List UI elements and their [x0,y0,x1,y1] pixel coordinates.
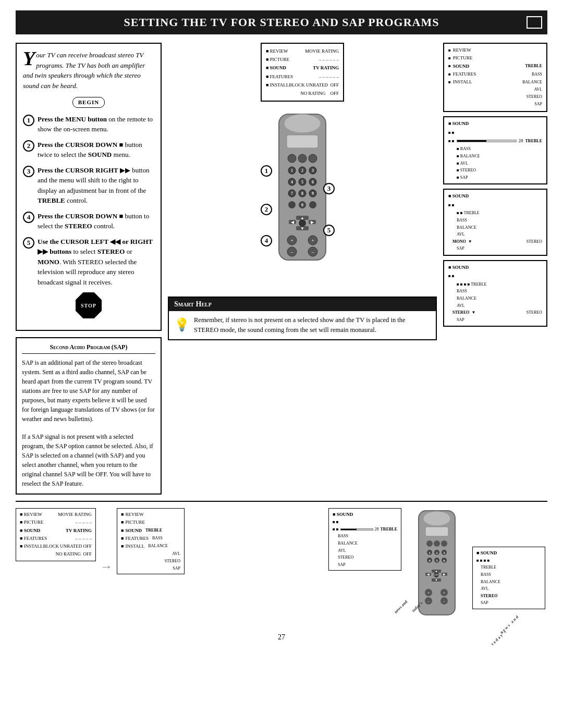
right-column: ■REVIEW ■PICTURE ■SOUNDTREBLE ■FEATURESB… [443,43,547,495]
bottom-remote-wrapper: 1 2 3 4 5 6 ▲ ▼ ◀ [406,508,468,625]
step-5-num: 5 [23,237,34,249]
intro-body: our TV can receive broadcast stereo TV p… [23,51,145,90]
left-column: Your TV can receive broadcast stereo TV … [16,43,162,495]
remote-illustration: 1 2 3 4 5 6 7 8 [255,109,349,286]
step-overlay-1: 1 [261,165,272,177]
lightbulb-icon: 💡 [174,315,190,334]
sound-menu-screen-1: ■REVIEW ■PICTURE ■SOUNDTREBLE ■FEATURESB… [443,43,547,112]
svg-text:▼: ▼ [300,226,304,231]
step-1: 1 Press the MENU button on the remote to… [23,114,154,134]
bottom-screens-area: ■ REVIEWMOVIE RATING ■ PICTURE– – – – – … [16,508,322,625]
svg-text:3: 3 [312,168,314,173]
smart-help-text: Remember, if stereo is not present on a … [194,315,431,335]
step-2: 2 Press the CURSOR DOWN ■ button twice t… [23,140,154,160]
step-2-text: Press the CURSOR DOWN ■ button twice to … [38,140,154,160]
svg-text:◀: ◀ [427,573,430,576]
svg-point-50 [441,540,447,547]
svg-text:▼: ▼ [435,578,438,582]
step-1-num: 1 [23,115,34,126]
corner-decoration [527,16,542,29]
step-4-num: 4 [23,212,34,223]
section-divider [16,501,547,502]
remote-area: 1 2 3 4 5 6 7 8 [255,109,349,288]
svg-text:ON: ON [434,573,439,576]
svg-text:9: 9 [312,191,314,196]
svg-text:+: + [311,238,314,243]
svg-text:+: + [290,238,293,243]
menu-row-features: ■ FEATURES– – – – – – [266,72,339,81]
tv-screen-main-menu: ■ REVIEWMOVIE RATING ■ PICTURE– – – – – … [261,43,344,102]
svg-text:+: + [427,590,430,595]
svg-point-4 [298,154,307,163]
smart-help-title: Smart Help [174,300,212,309]
page-number: 27 [16,633,547,641]
sap-title: Second Audio Program (SAP) [22,343,155,354]
svg-point-1 [284,114,321,133]
svg-point-3 [288,154,296,163]
svg-text:3: 3 [443,551,445,555]
svg-text:4: 4 [429,559,431,563]
sound-final-screen: ■ SOUND ■ ■ ■ ■ ■ ■ TREBLE BASS BALANCE … [443,260,547,327]
main-layout: Your TV can receive broadcast stereo TV … [16,43,547,495]
smart-help-box: Smart Help 💡 Remember, if stereo is not … [168,297,437,340]
smart-help-content: 💡 Remember, if stereo is not present on … [169,311,436,339]
svg-point-5 [309,154,317,163]
bottom-screen-2: ■REVIEW ■PICTURE ■SOUNDTREBLE ■FEATURESB… [117,508,185,574]
step-3-text: Press the CURSOR RIGHT ▶▶ button and the… [38,165,154,206]
step-3-num: 3 [23,166,34,177]
svg-text:1: 1 [429,551,431,555]
svg-text:1: 1 [291,168,293,173]
menu-row-install: ■ INSTALLBLOCK UNRATED OFF [266,81,339,89]
step-2-num: 2 [23,140,34,152]
svg-point-24 [288,201,296,208]
menu-row-norating: NO RATING OFF [266,89,339,97]
svg-text:2: 2 [301,168,303,173]
begin-badge: BEGIN [72,97,105,108]
svg-point-27 [309,201,316,208]
stop-label: STOP [81,302,96,310]
svg-text:–: – [290,249,293,254]
stop-icon-container: STOP [23,292,154,318]
step-overlay-3: 3 [323,183,335,194]
step-4-text: Press the CURSOR DOWN ■ button to select… [38,211,154,231]
step-1-text: Press the MENU button on the remote to s… [38,114,154,134]
step-overlay-2: 2 [261,204,272,215]
svg-text:–: – [311,249,314,254]
arrow-right: → [100,560,113,574]
step-overlay-4: 4 [261,235,272,246]
bottom-section: ■ REVIEWMOVIE RATING ■ PICTURE– – – – – … [16,508,547,625]
menu-row-picture: ■ PICTURE– – – – – – [266,55,339,64]
svg-text:6: 6 [312,180,314,184]
svg-text:5: 5 [301,180,303,184]
svg-text:◀: ◀ [291,220,295,225]
page: Setting the TV for Stereo and SAP Progra… [0,0,563,728]
page-header: Setting the TV for Stereo and SAP Progra… [16,10,547,34]
smart-help-header: Smart Help [169,298,436,311]
bottom-screen-1: ■ REVIEWMOVIE RATING ■ PICTURE– – – – – … [16,508,96,561]
step-3: 3 Press the CURSOR RIGHT ▶▶ button and t… [23,165,154,206]
bottom-right-screens: ■ SOUND ■ ■ ■ ■ TREBLE BASS BALANCE AVL … [472,547,545,625]
page-title: Setting the TV for Stereo and SAP Progra… [124,16,439,29]
bottom-treble-screen: ■ SOUND ■ ■ ■ ■ 28 TREBLE BASS BALANCE A… [328,508,401,571]
step-5-text: Use the CURSOR LEFT ◀◀ or RIGHT ▶▶ butto… [38,237,154,288]
step-overlay-5: 5 [323,225,335,236]
svg-point-48 [426,540,433,547]
svg-text:5: 5 [436,559,438,563]
intro-text: Your TV can receive broadcast stereo TV … [23,50,154,91]
step-5: 5 Use the CURSOR LEFT ◀◀ or RIGHT ▶▶ but… [23,237,154,288]
svg-point-46 [423,511,450,526]
svg-point-49 [434,540,440,547]
step-4: 4 Press the CURSOR DOWN ■ button to sele… [23,211,154,231]
svg-text:▶: ▶ [311,220,314,225]
svg-text:4: 4 [291,180,293,184]
svg-text:0: 0 [301,203,303,207]
sap-box: Second Audio Program (SAP) SAP is an add… [16,337,162,495]
svg-text:2: 2 [436,551,438,555]
sound-stereo-screen: ■ SOUND ■ ■ ■ ■ TREBLE BASS BALANCE AVL … [443,189,547,255]
drop-cap: Y [23,50,35,67]
svg-text:8: 8 [301,191,303,196]
treble-value: 28 [519,137,523,145]
svg-text:6: 6 [443,559,445,563]
bottom-remote-section: ■ SOUND ■ ■ ■ ■ 28 TREBLE BASS BALANCE A… [328,508,547,625]
svg-text:7: 7 [291,191,293,196]
